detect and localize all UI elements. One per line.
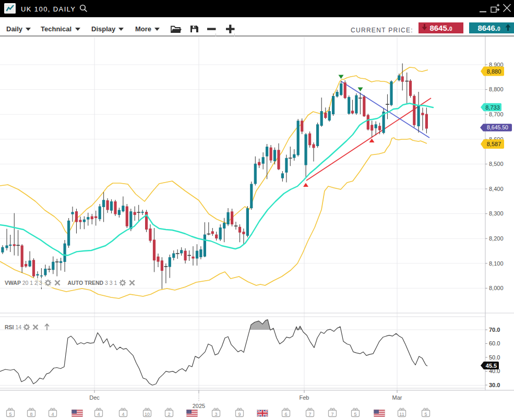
- svg-text:8,300: 8,300: [489, 210, 504, 217]
- svg-text:10: 10: [145, 412, 150, 417]
- svg-text:8,587: 8,587: [487, 141, 501, 147]
- svg-text:2025: 2025: [193, 403, 205, 409]
- svg-text:RSI 14: RSI 14: [5, 324, 21, 330]
- svg-text:5: 5: [9, 412, 11, 417]
- svg-text:Dec: Dec: [89, 394, 100, 401]
- svg-text:30.0: 30.0: [489, 382, 500, 388]
- svg-text:8,700: 8,700: [489, 111, 504, 117]
- svg-text:8: 8: [30, 412, 32, 417]
- svg-text:8,500: 8,500: [489, 161, 504, 167]
- svg-text:8,733: 8,733: [485, 104, 500, 111]
- svg-text:4: 4: [51, 412, 54, 417]
- svg-text:8,000: 8,000: [489, 285, 504, 291]
- svg-text:60.0: 60.0: [489, 340, 500, 346]
- svg-text:8,100: 8,100: [489, 260, 504, 267]
- svg-text:8,400: 8,400: [489, 186, 504, 192]
- svg-text:8,645.50: 8,645.50: [487, 124, 508, 130]
- svg-text:11: 11: [399, 412, 404, 417]
- svg-text:5: 5: [354, 412, 356, 417]
- svg-text:4: 4: [97, 412, 100, 417]
- svg-text:7: 7: [331, 412, 333, 417]
- svg-text:9: 9: [238, 412, 241, 417]
- svg-text:7: 7: [308, 412, 311, 417]
- svg-text:45.5: 45.5: [486, 363, 497, 369]
- svg-text:Mar: Mar: [392, 394, 402, 401]
- svg-text:VWAP 20 1 2 3: VWAP 20 1 2 3: [5, 280, 42, 286]
- svg-text:3: 3: [214, 412, 217, 417]
- svg-text:8,800: 8,800: [489, 86, 504, 92]
- svg-text:AUTO TREND 3 3 1: AUTO TREND 3 3 1: [68, 280, 117, 286]
- svg-text:70.0: 70.0: [489, 327, 500, 333]
- svg-text:8,200: 8,200: [489, 235, 504, 242]
- svg-text:50.0: 50.0: [489, 354, 500, 361]
- svg-text:8,880: 8,880: [487, 68, 501, 75]
- svg-text:2: 2: [168, 412, 170, 417]
- svg-text:Feb: Feb: [300, 394, 309, 401]
- svg-text:4: 4: [122, 412, 124, 417]
- svg-text:6: 6: [284, 412, 287, 417]
- svg-text:5: 5: [424, 412, 427, 417]
